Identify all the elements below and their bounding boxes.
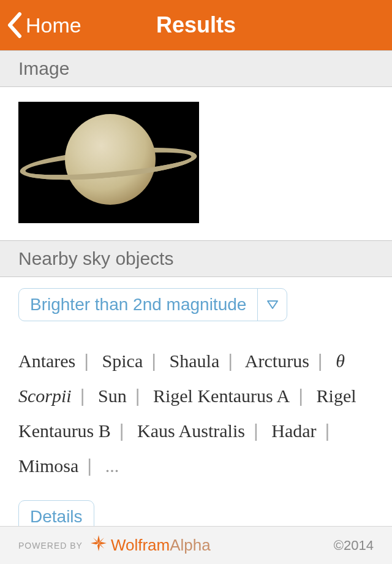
section-header-nearby: Nearby sky objects: [0, 240, 392, 277]
copyright: ©2014: [334, 538, 374, 554]
sky-object[interactable]: Sun: [98, 386, 127, 406]
result-image: [18, 102, 199, 223]
sky-object[interactable]: Kaus Australis: [137, 421, 245, 441]
brand-text-b: Alpha: [170, 536, 211, 555]
sky-object[interactable]: Arcturus: [245, 351, 309, 371]
footer: POWERED BY WolframAlpha ©2014: [0, 526, 392, 564]
app-header: Home Results: [0, 0, 392, 50]
powered-by-label: POWERED BY: [18, 541, 83, 551]
nearby-objects-list: Antares| Spica| Shaula| Arcturus| θ Scor…: [18, 343, 374, 483]
sky-object[interactable]: Mimosa: [18, 455, 78, 476]
spikey-icon: [90, 535, 107, 556]
section-header-image: Image: [0, 50, 392, 87]
sky-object[interactable]: Spica: [102, 351, 143, 371]
nearby-pod: Brighter than 2nd magnitude Antares| Spi…: [0, 277, 392, 551]
sky-object[interactable]: Rigel Kentaurus A: [153, 386, 290, 406]
more-ellipsis[interactable]: ...: [105, 455, 119, 476]
brand-text-a: Wolfram: [111, 536, 170, 555]
magnitude-filter-dropdown[interactable]: Brighter than 2nd magnitude: [18, 288, 287, 321]
page-title: Results: [156, 12, 236, 38]
sky-object[interactable]: Antares: [18, 351, 75, 371]
chevron-left-icon: [6, 12, 22, 39]
back-button[interactable]: Home: [0, 12, 81, 39]
sky-object[interactable]: Shaula: [170, 351, 220, 371]
triangle-down-icon: [257, 289, 287, 321]
image-pod: [0, 87, 392, 240]
sky-object[interactable]: Hadar: [271, 421, 316, 441]
magnitude-filter-label: Brighter than 2nd magnitude: [19, 289, 257, 321]
back-label: Home: [26, 13, 81, 37]
wolfram-alpha-logo[interactable]: WolframAlpha: [90, 535, 211, 556]
